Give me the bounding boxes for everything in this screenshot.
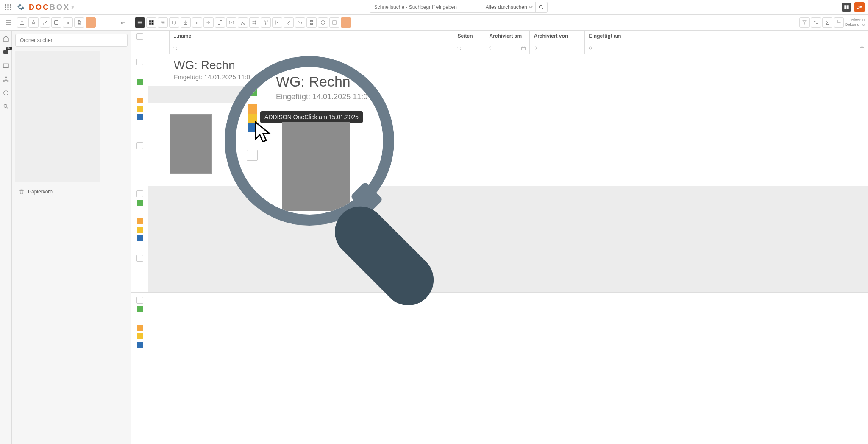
filter-pages[interactable] bbox=[453, 42, 485, 54]
more2-button[interactable]: » bbox=[192, 17, 202, 28]
tag-blue[interactable] bbox=[137, 342, 143, 348]
column-header-row: ...name Seiten Archiviert am Archiviert … bbox=[131, 31, 868, 42]
col-check[interactable] bbox=[131, 31, 148, 42]
view-list-button[interactable] bbox=[135, 17, 145, 28]
brand-logo: DOCBOX® bbox=[29, 3, 75, 12]
svg-rect-3 bbox=[5, 7, 6, 8]
refresh-button[interactable] bbox=[169, 17, 179, 28]
gear-icon[interactable] bbox=[16, 3, 25, 12]
avatar[interactable]: DA bbox=[854, 2, 865, 12]
nav-search-icon[interactable] bbox=[2, 103, 10, 110]
workflow-button[interactable] bbox=[261, 17, 271, 28]
cut-button[interactable] bbox=[238, 17, 248, 28]
filter-name[interactable] bbox=[170, 42, 453, 54]
search-input[interactable] bbox=[370, 2, 482, 12]
filter-row bbox=[131, 42, 868, 54]
thumb-2[interactable]: 3 bbox=[233, 111, 275, 177]
favorite-button[interactable] bbox=[28, 17, 39, 28]
toolbar-row: » ⇤ » Σ Ordner: 0 Dokumente bbox=[0, 15, 868, 31]
collapse-panel-button[interactable]: ⇤ bbox=[118, 18, 128, 27]
svg-point-37 bbox=[3, 91, 8, 95]
tag-orange[interactable] bbox=[137, 325, 143, 331]
upload-button[interactable] bbox=[17, 17, 27, 28]
mail-button[interactable] bbox=[226, 17, 236, 28]
tag-orange[interactable] bbox=[137, 98, 143, 103]
row-checkbox-col bbox=[131, 54, 148, 186]
tag-yellow[interactable] bbox=[137, 106, 143, 112]
scan-button[interactable] bbox=[74, 17, 84, 28]
row-checkbox[interactable] bbox=[136, 297, 143, 304]
apps-icon[interactable] bbox=[3, 3, 13, 12]
filter-star bbox=[148, 42, 170, 54]
tag-blue[interactable] bbox=[137, 235, 143, 241]
filter-archived-at[interactable] bbox=[485, 42, 530, 54]
thumb-1[interactable] bbox=[170, 114, 212, 174]
more-button[interactable]: » bbox=[63, 17, 73, 28]
row-checkbox[interactable] bbox=[136, 190, 143, 197]
row-checkbox-col bbox=[131, 293, 148, 352]
sum-button[interactable]: Σ bbox=[822, 17, 832, 28]
content-area: 148 Papierkorb ...name Seiten Archiviert… bbox=[0, 31, 868, 444]
stamp-button[interactable] bbox=[318, 17, 328, 28]
tag-button[interactable] bbox=[51, 17, 61, 28]
nav-inbox-icon[interactable]: 148 bbox=[2, 48, 10, 56]
folder-toolbar: » ⇤ bbox=[0, 15, 131, 30]
svg-rect-32 bbox=[3, 50, 8, 54]
send-button[interactable] bbox=[215, 17, 225, 28]
nav-org-icon[interactable] bbox=[2, 75, 10, 83]
tag-green[interactable] bbox=[137, 306, 143, 312]
col-archived-at[interactable]: Archiviert am bbox=[485, 31, 530, 42]
annotate-button[interactable] bbox=[284, 17, 294, 28]
highlight2-button[interactable] bbox=[341, 17, 351, 28]
print-button[interactable] bbox=[306, 17, 317, 28]
branch-button[interactable] bbox=[272, 17, 282, 28]
view-grid-button[interactable] bbox=[146, 17, 156, 28]
col-inserted-at[interactable]: Eingefügt am bbox=[585, 31, 868, 42]
download-button[interactable] bbox=[181, 17, 191, 28]
search-scope-dropdown[interactable]: Alles durchsuchen bbox=[482, 2, 535, 12]
col-archived-by[interactable]: Archiviert von bbox=[530, 31, 585, 42]
undo-button[interactable] bbox=[295, 17, 305, 28]
next-page-button[interactable]: » bbox=[284, 114, 292, 174]
nav-home-icon[interactable] bbox=[2, 35, 10, 42]
highlight-button[interactable] bbox=[86, 17, 96, 28]
document-row-2[interactable] bbox=[131, 186, 868, 293]
row-checkbox-bottom[interactable] bbox=[136, 255, 143, 262]
col-name[interactable]: ...name bbox=[170, 31, 453, 42]
columns-button[interactable] bbox=[834, 17, 844, 28]
filter-button[interactable] bbox=[799, 17, 810, 28]
svg-point-39 bbox=[174, 47, 176, 49]
row-checkbox[interactable] bbox=[136, 59, 143, 65]
nav-history-icon[interactable] bbox=[2, 89, 10, 97]
tag-blue[interactable] bbox=[137, 114, 143, 120]
nav-archive-icon[interactable] bbox=[2, 62, 10, 70]
document-row-3[interactable] bbox=[131, 293, 868, 352]
tag-green[interactable] bbox=[137, 200, 143, 206]
book-icon[interactable] bbox=[842, 3, 851, 12]
trash-item[interactable]: Papierkorb bbox=[15, 187, 128, 197]
tag-yellow[interactable] bbox=[137, 227, 143, 233]
brand-part1: DOC bbox=[29, 3, 50, 12]
filter-inserted-at[interactable] bbox=[585, 42, 868, 54]
tag-orange[interactable] bbox=[137, 218, 143, 224]
col-pages[interactable]: Seiten bbox=[453, 31, 485, 42]
folder-search-input[interactable] bbox=[15, 34, 128, 47]
link-button[interactable] bbox=[249, 17, 259, 28]
svg-point-44 bbox=[589, 47, 592, 49]
svg-point-9 bbox=[540, 5, 542, 8]
metadata-band bbox=[148, 86, 369, 103]
filter-archived-by[interactable] bbox=[530, 42, 585, 54]
row-checkbox-bottom[interactable] bbox=[136, 142, 143, 149]
search-go-button[interactable] bbox=[535, 2, 547, 12]
view-tree-button[interactable] bbox=[158, 17, 168, 28]
filter-check bbox=[131, 42, 148, 54]
note-button[interactable] bbox=[329, 17, 339, 28]
hamburger-icon[interactable] bbox=[3, 18, 13, 27]
export-button[interactable] bbox=[203, 17, 214, 28]
document-subtitle: Eingefügt: 14.01.2025 11:0 bbox=[174, 73, 868, 86]
document-row-1[interactable]: WG: Rechn Eingefügt: 14.01.2025 11:0 3 » bbox=[131, 54, 868, 186]
edit-button[interactable] bbox=[40, 17, 50, 28]
tag-yellow[interactable] bbox=[137, 333, 143, 339]
tag-green[interactable] bbox=[137, 79, 143, 85]
sort-button[interactable] bbox=[811, 17, 821, 28]
